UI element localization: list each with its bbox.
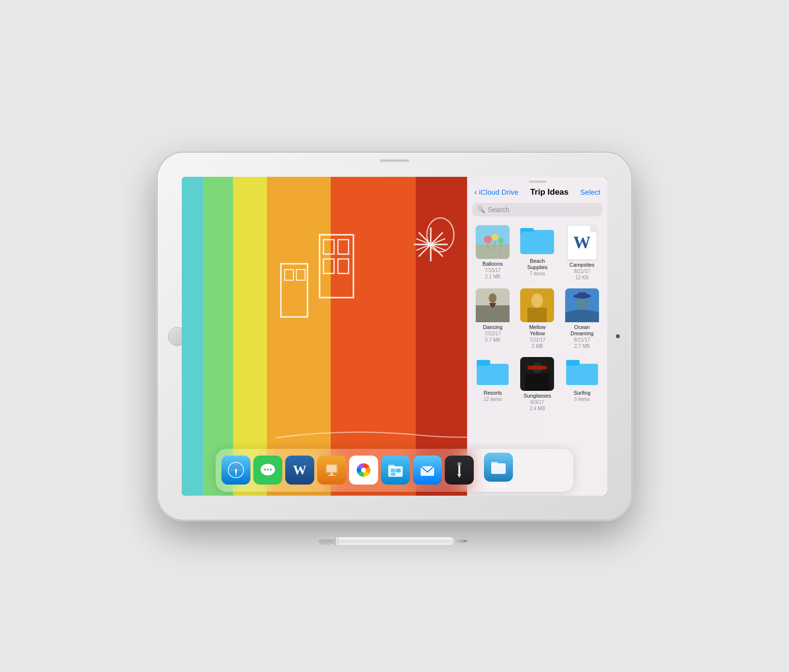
dock-app-photos[interactable] [349, 456, 378, 485]
camera-dot [616, 334, 620, 338]
panel-nav: ‹ iCloud Drive Trip Ideas Select [468, 184, 607, 201]
svg-rect-72 [457, 462, 461, 465]
file-thumb-dancing [476, 288, 510, 324]
dock: W [216, 449, 573, 492]
search-bar[interactable]: 🔍 Search [472, 203, 602, 216]
apple-pencil [304, 535, 468, 549]
search-placeholder: Search [488, 206, 509, 214]
file-meta-dancing: 7/22/175.7 MB [484, 330, 500, 343]
svg-rect-25 [476, 244, 510, 259]
file-item-mellow-yellow[interactable]: MellowYellow 7/22/172 MB [516, 286, 558, 352]
svg-rect-74 [491, 462, 498, 465]
svg-rect-46 [566, 364, 598, 385]
file-name-sunglasses: Sunglasses [524, 393, 551, 399]
svg-point-20 [492, 234, 498, 241]
folder-icon-beach [520, 225, 554, 256]
select-button[interactable]: Select [580, 188, 600, 196]
ipad-shell: ‹ iCloud Drive Trip Ideas Select 🔍 Searc… [158, 153, 631, 520]
file-meta-balloons: 7/15/172.1 MB [484, 267, 500, 280]
dock-app-word[interactable]: W [285, 456, 314, 485]
file-thumb-balloons [476, 225, 510, 259]
svg-point-34 [531, 293, 543, 308]
file-item-campsites[interactable]: W Campsites 8/21/1712 KB [561, 222, 603, 284]
svg-rect-35 [527, 308, 547, 322]
svg-rect-61 [330, 473, 333, 475]
file-item-balloons[interactable]: Balloons 7/15/172.1 MB [471, 222, 514, 284]
file-name-surfing: Surfing [573, 390, 590, 396]
search-icon: 🔍 [477, 206, 485, 213]
svg-rect-77 [333, 537, 336, 545]
file-meta-campsites: 8/21/1712 KB [574, 268, 590, 281]
svg-rect-65 [388, 465, 395, 468]
svg-point-58 [270, 469, 272, 471]
word-app-icon: W [293, 462, 307, 478]
svg-rect-78 [337, 537, 338, 545]
svg-rect-47 [566, 360, 580, 366]
browse-label: Browse [490, 483, 506, 488]
svg-rect-44 [525, 373, 549, 391]
dock-app-browse[interactable] [484, 453, 513, 482]
file-name-resorts: Resorts [483, 390, 502, 396]
file-item-sunglasses[interactable]: Sunglasses 8/3/172.4 MB [516, 354, 558, 415]
file-name-campsites: Campsites [570, 262, 595, 268]
word-icon: W [573, 232, 591, 253]
file-name-beach: BeachSupplies [527, 258, 547, 271]
file-meta-mellow: 7/22/172 MB [529, 337, 545, 349]
file-meta-resorts: 12 items [483, 396, 502, 402]
svg-rect-45 [527, 366, 547, 370]
file-item-surfing[interactable]: Surfing 5 items [561, 354, 603, 415]
file-thumb-campsites: W [567, 225, 597, 260]
ipad-screen: ‹ iCloud Drive Trip Ideas Select 🔍 Searc… [182, 177, 607, 496]
svg-point-63 [361, 468, 366, 472]
dock-app-pencil-app[interactable] [445, 456, 474, 485]
file-thumb-ocean [565, 288, 599, 324]
dock-app-keynote[interactable] [317, 456, 346, 485]
svg-rect-75 [319, 537, 454, 545]
svg-rect-40 [477, 364, 509, 385]
file-name-mellow: MellowYellow [529, 324, 545, 337]
svg-rect-29 [521, 232, 553, 253]
file-meta-surfing: 5 items [574, 396, 590, 402]
svg-rect-31 [476, 305, 510, 322]
svg-marker-71 [457, 474, 461, 478]
file-item-resorts[interactable]: Resorts 12 items [471, 354, 514, 415]
back-chevron-icon: ‹ [474, 187, 477, 197]
svg-rect-60 [327, 465, 336, 472]
svg-rect-67 [396, 469, 401, 472]
svg-rect-68 [391, 473, 395, 476]
panel-handle [529, 181, 546, 183]
dock-app-messages[interactable] [253, 456, 282, 485]
file-item-dancing[interactable]: Dancing 7/22/175.7 MB [471, 286, 514, 352]
speaker-bar [380, 159, 409, 162]
folder-icon-surfing [565, 357, 599, 388]
dock-separator [479, 458, 479, 483]
file-name-dancing: Dancing [483, 324, 502, 330]
dock-app-files[interactable] [381, 456, 410, 485]
file-name-balloons: Balloons [482, 261, 503, 267]
file-item-beach-supplies[interactable]: BeachSupplies 7 items [516, 222, 558, 284]
svg-rect-76 [319, 537, 334, 545]
svg-point-56 [264, 469, 266, 471]
svg-rect-62 [328, 475, 336, 476]
dock-app-browse-wrapper: Browse [484, 453, 513, 488]
icloud-panel: ‹ iCloud Drive Trip Ideas Select 🔍 Searc… [467, 177, 607, 496]
svg-rect-39 [577, 292, 587, 297]
svg-rect-66 [391, 469, 395, 472]
back-label: iCloud Drive [479, 188, 519, 196]
file-meta-beach: 7 items [529, 271, 545, 277]
svg-point-21 [498, 238, 504, 243]
svg-point-57 [267, 469, 269, 471]
file-name-ocean: OceanDreaming [570, 324, 594, 337]
file-item-ocean-dreaming[interactable]: OceanDreaming 8/21/172.7 MB [561, 286, 603, 352]
dock-app-mail[interactable] [413, 456, 442, 485]
file-meta-ocean: 8/21/172.7 MB [574, 337, 590, 349]
panel-title: Trip Ideas [530, 187, 569, 197]
file-thumb-mellow [520, 288, 554, 324]
back-button[interactable]: ‹ iCloud Drive [474, 187, 518, 197]
svg-point-19 [484, 236, 492, 243]
svg-rect-41 [477, 360, 490, 366]
dock-app-safari[interactable] [221, 456, 250, 485]
svg-point-32 [489, 293, 497, 303]
file-meta-sunglasses: 8/3/172.4 MB [530, 399, 545, 412]
folder-icon-resorts [476, 357, 510, 388]
